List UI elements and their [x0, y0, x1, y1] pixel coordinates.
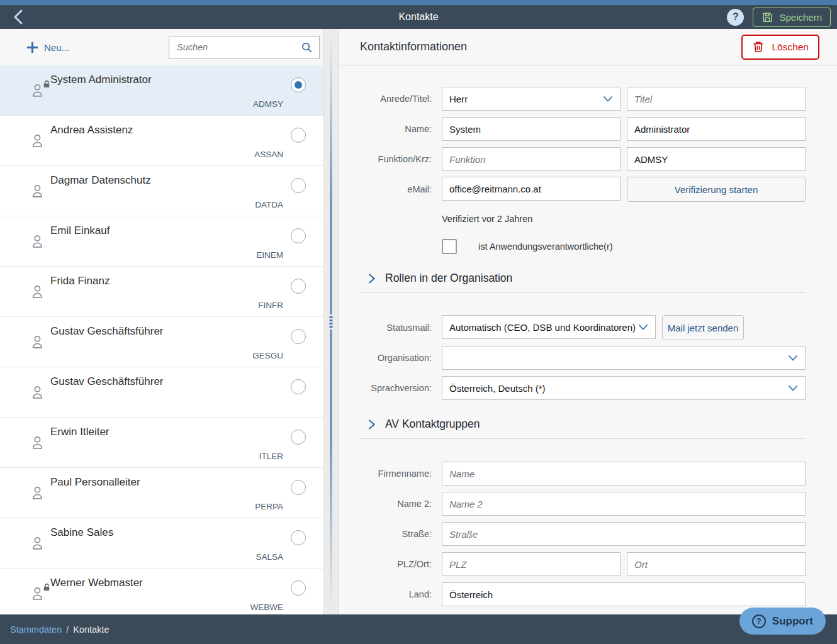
new-contact-button[interactable]: Neu...	[26, 42, 69, 53]
top-accent-strip	[0, 0, 837, 5]
contact-list-item[interactable]: Paul Personalleiter PERPA	[0, 468, 323, 518]
help-button[interactable]: ?	[727, 9, 744, 26]
contact-list-item[interactable]: Andrea Assistenz ASSAN	[0, 116, 323, 166]
person-icon	[29, 132, 47, 150]
search-input[interactable]	[177, 42, 301, 52]
contact-detail-panel: Kontaktinformationen Löschen Anrede/Tite…	[339, 29, 837, 614]
contact-radio[interactable]	[291, 580, 306, 596]
contact-name: Frida Finanz	[50, 275, 110, 287]
contact-name: Emil Einkauf	[50, 225, 110, 237]
contact-code: ASSAN	[254, 150, 283, 159]
chevron-down-icon	[638, 324, 648, 331]
contact-list-item[interactable]: System Administrator ADMSY	[0, 65, 323, 116]
contact-list-item[interactable]: Emil Einkauf EINEM	[0, 216, 323, 267]
send-mail-now-button[interactable]: Mail jetzt senden	[662, 315, 744, 340]
person-icon	[29, 535, 47, 552]
statusmail-select[interactable]: Automatisch (CEO, DSB und Koordinatoren)	[442, 315, 656, 339]
contact-list-item[interactable]: Gustav Geschäftsführer GESGU	[0, 317, 323, 367]
footer-bar: Stammdaten / Kontakte	[0, 614, 837, 644]
funktion-field[interactable]	[442, 147, 621, 171]
contact-code: ADMSY	[253, 99, 283, 109]
contact-radio[interactable]	[291, 530, 306, 545]
section-roles-header[interactable]: Rollen in der Organisation	[368, 272, 806, 285]
contact-radio[interactable]	[291, 178, 306, 193]
chevron-right-icon	[368, 419, 376, 430]
field-label-statusmail: Statusmail:	[360, 323, 432, 333]
firstname-field[interactable]	[442, 117, 621, 141]
contact-list-item[interactable]: Dagmar Datenschutz DATDA	[0, 166, 323, 216]
contact-radio[interactable]	[291, 430, 306, 445]
start-verification-button[interactable]: Verifizierung starten	[627, 177, 806, 202]
titel-field[interactable]	[627, 87, 806, 111]
field-label-anrede: Anrede/Titel:	[360, 94, 432, 104]
floppy-disk-icon	[761, 11, 773, 23]
top-bar: Kontakte ? Speichern	[0, 5, 837, 29]
lock-badge-icon	[43, 583, 50, 591]
contact-radio[interactable]	[291, 379, 306, 394]
breadcrumb-current: Kontakte	[73, 625, 109, 635]
kuerzel-field[interactable]	[627, 147, 806, 171]
field-label-sprachversion: Sprachversion:	[360, 383, 432, 393]
contact-list-item[interactable]: Gustav Geschäftsführer	[0, 367, 323, 418]
person-icon	[29, 333, 47, 351]
contact-list-item[interactable]: Erwin Itleiter ITLER	[0, 418, 323, 468]
chevron-down-icon	[788, 355, 798, 362]
splitter-grip-handle[interactable]	[329, 314, 334, 330]
contact-code: GESGU	[252, 351, 283, 360]
field-label-name: Name:	[360, 124, 432, 134]
strasse-field[interactable]	[442, 522, 806, 546]
delete-button[interactable]: Löschen	[741, 35, 819, 60]
contact-radio[interactable]	[291, 279, 306, 294]
field-label-plzort: PLZ/Ort:	[360, 559, 432, 569]
support-button-label: Support	[772, 615, 813, 628]
contact-name: Gustav Geschäftsführer	[50, 325, 164, 338]
contact-name: System Administrator	[50, 74, 152, 86]
firmenname-field[interactable]	[442, 462, 806, 486]
section-groups-title: AV Kontaktgruppen	[385, 418, 480, 431]
contact-name: Gustav Geschäftsführer	[50, 375, 164, 388]
search-icon[interactable]	[301, 42, 313, 53]
person-icon	[29, 484, 47, 502]
section-groups-header[interactable]: AV Kontaktgruppen	[368, 418, 806, 431]
person-icon	[29, 182, 47, 200]
plus-icon	[26, 42, 38, 53]
name2-field[interactable]	[442, 492, 806, 516]
contact-radio[interactable]	[291, 77, 306, 92]
contact-radio[interactable]	[291, 329, 306, 344]
email-field[interactable]	[442, 177, 621, 201]
breadcrumb-stammdaten[interactable]: Stammdaten	[10, 625, 62, 635]
contact-radio[interactable]	[291, 228, 306, 243]
contact-radio[interactable]	[291, 128, 306, 143]
question-mark-icon: ?	[733, 11, 739, 23]
save-button[interactable]: Speichern	[753, 8, 831, 27]
lock-badge-icon	[43, 80, 50, 88]
field-label-funktion: Funktion/Krz:	[360, 154, 432, 164]
field-label-organisation: Organisation:	[360, 353, 432, 363]
page-title: Kontakte	[0, 11, 837, 23]
support-button[interactable]: ? Support	[739, 608, 826, 635]
land-field[interactable]	[442, 582, 806, 606]
contact-list: System Administrator ADMSY Andrea Assist…	[0, 65, 323, 614]
contact-list-item[interactable]: Frida Finanz FINFR	[0, 267, 323, 317]
sprachversion-select[interactable]: Österreich, Deutsch (*)	[442, 376, 806, 400]
contact-list-item[interactable]: Sabine Sales SALSA	[0, 518, 323, 569]
contact-list-item[interactable]: Werner Webmaster WEBWE	[0, 569, 323, 614]
lastname-field[interactable]	[627, 117, 806, 141]
anrede-select[interactable]: Herr	[442, 87, 621, 111]
plz-field[interactable]	[442, 552, 621, 576]
organisation-select[interactable]	[442, 346, 806, 370]
panel-splitter[interactable]	[323, 29, 339, 614]
person-icon	[29, 82, 47, 99]
field-label-email: eMail:	[360, 184, 432, 194]
app-window: Kontakte ? Speichern	[0, 0, 837, 644]
sprachversion-select-value: Österreich, Deutsch (*)	[449, 383, 546, 394]
contact-code: ITLER	[259, 452, 283, 461]
trash-icon	[752, 40, 765, 53]
list-toolbar: Neu...	[0, 29, 323, 65]
contact-name: Dagmar Datenschutz	[50, 174, 151, 187]
contact-radio[interactable]	[291, 480, 306, 495]
responsible-checkbox[interactable]	[442, 239, 457, 254]
breadcrumb-separator: /	[66, 625, 69, 635]
contact-name: Erwin Itleiter	[50, 426, 110, 438]
ort-field[interactable]	[627, 552, 806, 576]
